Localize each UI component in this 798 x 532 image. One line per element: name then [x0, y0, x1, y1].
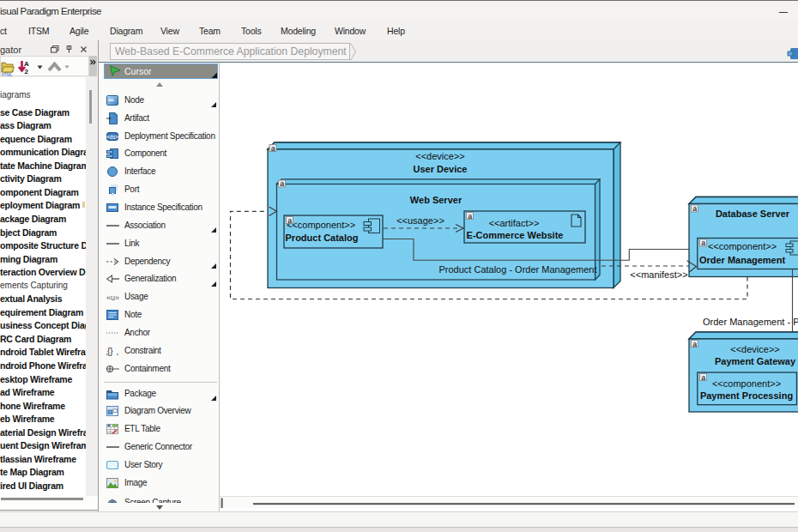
svg-text:<<manifest>>: <<manifest>>	[630, 269, 687, 280]
svg-text:a: a	[692, 340, 697, 348]
svg-text:a: a	[287, 216, 292, 225]
svg-text:Order Management - Payment Pro: Order Management - Payment Processing	[703, 317, 798, 327]
svg-text:a: a	[692, 204, 697, 213]
svg-text:a: a	[701, 239, 705, 247]
svg-text:<<usage>>: <<usage>>	[396, 215, 444, 226]
svg-text:<<component>>: <<component>>	[287, 220, 355, 230]
svg-text:<<device>>: <<device>>	[730, 344, 780, 354]
svg-text:a: a	[701, 373, 705, 382]
svg-text:<<device>>: <<device>>	[415, 151, 465, 161]
svg-text:a: a	[271, 144, 275, 153]
svg-text:Product Catalog: Product Catalog	[286, 233, 359, 243]
svg-text:Database Server: Database Server	[716, 209, 790, 219]
svg-text:Payment Gateway: Payment Gateway	[715, 356, 796, 366]
svg-text:E-Commerce Website: E-Commerce Website	[467, 230, 564, 240]
svg-text:<<component>>: <<component>>	[712, 378, 781, 389]
svg-text:Payment Processing: Payment Processing	[700, 390, 793, 401]
svg-text:Product Catalog - Order Manage: Product Catalog - Order Management	[438, 264, 596, 275]
svg-text:<<artifact>>: <<artifact>>	[489, 218, 540, 228]
svg-text:Web Server: Web Server	[410, 195, 462, 205]
svg-text:a: a	[468, 212, 472, 221]
svg-text:a: a	[280, 179, 284, 188]
svg-text:Order Management: Order Management	[699, 255, 786, 265]
svg-text:<<component>>: <<component>>	[708, 241, 777, 251]
svg-text:User Device: User Device	[414, 164, 468, 174]
